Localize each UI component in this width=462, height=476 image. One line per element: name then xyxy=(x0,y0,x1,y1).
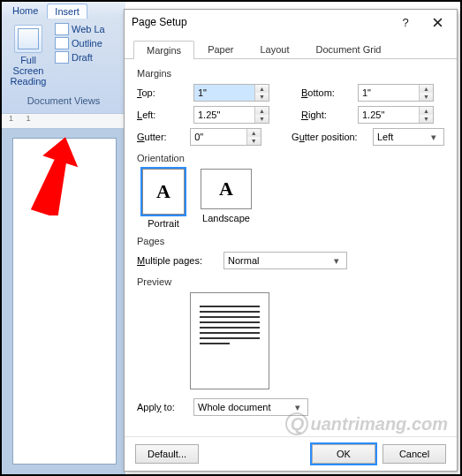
landscape-icon: A xyxy=(201,169,252,209)
preview-heading: Preview xyxy=(137,276,444,287)
preview-group: Preview xyxy=(137,276,444,389)
portrait-label: Portrait xyxy=(148,218,178,229)
fullscreen-reading-label: Full Screen Reading xyxy=(7,55,49,87)
page-setup-dialog: Page Setup ? Margins Paper Layout Docume… xyxy=(124,9,458,472)
portrait-icon: A xyxy=(142,169,185,215)
pages-group: Pages Multiple pages: Normal ▾ xyxy=(137,236,444,269)
dialog-title: Page Setup xyxy=(132,16,390,28)
spin-down-icon[interactable]: ▼ xyxy=(420,93,433,101)
apply-to-combo[interactable]: Whole document ▾ xyxy=(193,398,308,416)
pages-heading: Pages xyxy=(137,236,444,246)
dialog-pane: Margins Top: ▲▼ Bottom: ▲▼ Left: ▲▼ xyxy=(125,59,457,436)
margins-group: Margins Top: ▲▼ Bottom: ▲▼ Left: ▲▼ xyxy=(137,68,444,146)
spin-down-icon[interactable]: ▼ xyxy=(247,137,261,145)
outline-icon xyxy=(55,37,69,49)
chevron-down-icon: ▾ xyxy=(292,402,304,413)
orientation-group: Orientation A Portrait A Landscape xyxy=(137,153,444,229)
spin-up-icon[interactable]: ▲ xyxy=(420,107,433,115)
draft-button[interactable]: Draft xyxy=(55,51,105,64)
apply-to-label: Apply to: xyxy=(137,402,188,412)
landscape-label: Landscape xyxy=(202,213,250,223)
orientation-heading: Orientation xyxy=(137,153,444,163)
ok-button[interactable]: OK xyxy=(312,444,375,464)
right-label: Right: xyxy=(301,110,352,120)
help-button[interactable]: ? xyxy=(390,12,421,32)
portrait-option[interactable]: A Portrait xyxy=(142,169,185,229)
outline-label: Outline xyxy=(72,38,102,49)
fullscreen-reading-icon xyxy=(14,25,42,53)
spin-down-icon[interactable]: ▼ xyxy=(420,115,433,123)
dialog-titlebar[interactable]: Page Setup ? xyxy=(125,10,457,34)
margins-heading: Margins xyxy=(137,68,444,79)
tab-document-grid[interactable]: Document Grid xyxy=(303,40,395,58)
top-label: Top: xyxy=(137,87,188,98)
ribbon-tabstrip: Home Insert xyxy=(2,2,125,19)
tab-layout[interactable]: Layout xyxy=(246,40,302,58)
spin-down-icon[interactable]: ▼ xyxy=(255,115,269,123)
chevron-down-icon: ▾ xyxy=(428,132,440,143)
ribbon-group-views: Full Screen Reading Web La Outline Draft xyxy=(2,19,125,92)
document-page[interactable] xyxy=(12,138,117,465)
tab-paper[interactable]: Paper xyxy=(194,40,246,58)
gutter-label: Gutter: xyxy=(137,132,185,142)
multiple-pages-value: Normal xyxy=(228,255,330,266)
right-input[interactable] xyxy=(359,107,419,123)
bottom-input[interactable] xyxy=(359,85,419,101)
left-spinner[interactable]: ▲▼ xyxy=(193,106,269,124)
top-spinner[interactable]: ▲▼ xyxy=(193,84,269,102)
ribbon: Home Insert Full Screen Reading Web La O… xyxy=(2,2,125,113)
chevron-down-icon: ▾ xyxy=(330,255,343,267)
weblayout-icon xyxy=(55,23,69,35)
left-input[interactable] xyxy=(194,107,254,123)
close-button[interactable] xyxy=(421,12,453,32)
gutter-position-value: Left xyxy=(377,132,428,142)
multiple-pages-combo[interactable]: Normal ▾ xyxy=(223,252,347,269)
gutter-spinner[interactable]: ▲▼ xyxy=(190,128,261,146)
outline-button[interactable]: Outline xyxy=(55,37,105,49)
draft-label: Draft xyxy=(72,52,93,63)
weblayout-label: Web La xyxy=(72,24,105,34)
apply-to-value: Whole document xyxy=(198,402,292,412)
gutter-input[interactable] xyxy=(191,129,246,145)
landscape-option[interactable]: A Landscape xyxy=(201,169,252,229)
preview-thumbnail xyxy=(190,292,269,389)
left-label: Left: xyxy=(137,110,188,120)
ribbon-tab-home[interactable]: Home xyxy=(5,4,45,18)
gutter-position-combo[interactable]: Left ▾ xyxy=(373,128,444,146)
ribbon-tab-insert[interactable]: Insert xyxy=(47,4,87,19)
bottom-label: Bottom: xyxy=(301,87,352,98)
spin-up-icon[interactable]: ▲ xyxy=(255,107,269,115)
spin-up-icon[interactable]: ▲ xyxy=(420,85,433,93)
right-spinner[interactable]: ▲▼ xyxy=(358,106,434,124)
fullscreen-reading-button[interactable]: Full Screen Reading xyxy=(5,23,51,88)
horizontal-ruler[interactable]: 1 1 xyxy=(2,113,125,129)
close-icon xyxy=(433,18,443,27)
dialog-tabstrip: Margins Paper Layout Document Grid xyxy=(125,34,457,59)
cancel-button[interactable]: Cancel xyxy=(382,444,446,464)
spin-up-icon[interactable]: ▲ xyxy=(247,129,261,137)
gutter-position-label: Gutter position: xyxy=(292,132,367,142)
multiple-pages-label: Multiple pages: xyxy=(137,255,218,266)
draft-icon xyxy=(55,51,69,64)
document-area xyxy=(2,129,125,474)
top-input[interactable] xyxy=(194,85,254,101)
spin-down-icon[interactable]: ▼ xyxy=(255,93,269,101)
weblayout-button[interactable]: Web La xyxy=(55,23,105,35)
bottom-spinner[interactable]: ▲▼ xyxy=(358,84,434,102)
ribbon-group-label: Document Views xyxy=(2,94,125,108)
default-button[interactable]: Default... xyxy=(135,444,199,464)
tab-margins[interactable]: Margins xyxy=(133,41,194,59)
dialog-footer: Default... OK Cancel xyxy=(125,436,457,471)
spin-up-icon[interactable]: ▲ xyxy=(255,85,269,93)
